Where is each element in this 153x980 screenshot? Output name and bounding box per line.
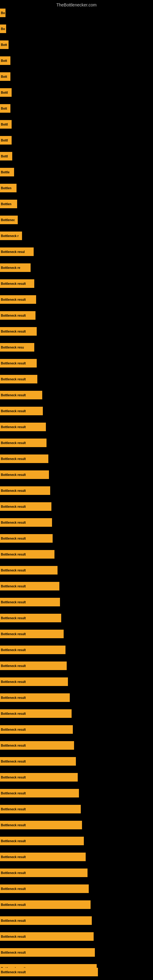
bar-label: Bottleneck result — [1, 887, 26, 891]
bar-label: Bottleneck result — [1, 409, 26, 413]
bar-label: Bott — [1, 75, 7, 78]
bar-item: Bottleneck result — [0, 439, 46, 447]
bar-item: Bottleneck result — [0, 550, 54, 558]
bar-label: Bottleneck result — [1, 919, 26, 923]
bar-item: Bottleneck result — [0, 566, 57, 574]
bar-item: Bott — [0, 40, 9, 49]
bar-label: Bottleneck result — [1, 282, 26, 285]
bar-item: Bottleneck result — [0, 885, 89, 893]
bar-label: Bottleneck result — [1, 521, 26, 524]
bar-item: Bottleneck result — [0, 900, 91, 909]
bar-item: Bottleneck result — [0, 359, 37, 368]
bar-item: Bottleneck result — [0, 805, 81, 813]
bar-item: Bottleneck result — [0, 375, 37, 383]
bar-label: Bottleneck result — [1, 616, 26, 620]
bar-item: Bottleneck result — [0, 916, 92, 925]
bar-label: Bottleneck result — [1, 680, 26, 684]
bar-label: Bottleneck result — [1, 505, 26, 508]
bar-item: Bottleneck result — [0, 502, 51, 511]
bar-label: Bottleneck result — [1, 840, 26, 843]
bar-label: Bottleneck result — [1, 760, 26, 763]
bar-item: Bottleneck result — [0, 948, 95, 957]
bar-label: Bottle — [1, 170, 10, 174]
bar-item: Bottleneck result — [0, 741, 74, 750]
bar-label: Bottleneck result — [1, 712, 26, 715]
bar-item: Bottl — [0, 136, 12, 145]
bar-item: Bottleneck result — [0, 486, 50, 495]
bar-item: Bottleneck result — [0, 582, 59, 590]
bar-label: Bottleneck result — [1, 728, 26, 731]
bar-item: Bottleneck result — [0, 709, 72, 718]
bar-item: Bottleneck re — [0, 263, 30, 272]
bar-label: Bottleneck result — [1, 425, 26, 429]
bar-label: Bottleneck result — [1, 903, 26, 907]
bar-item: Bott — [0, 72, 10, 81]
bar-label: Bottleneck result — [1, 553, 26, 556]
bar-label: Bottlen — [1, 186, 11, 190]
bar-item: Bottleneck result — [0, 869, 88, 877]
bar-label: Bottleneck result — [1, 569, 26, 572]
bar-label: Bottleneck result — [1, 792, 26, 795]
bar-label: Bottleneck result — [1, 362, 26, 365]
bar-label: Bottleneck result — [1, 298, 26, 301]
bar-item: Bottlen — [0, 200, 17, 208]
bar-item: Bottleneck result — [0, 423, 46, 431]
bar-item: Bottleneck result — [0, 646, 65, 654]
bar-label: Bott — [1, 107, 7, 110]
bar-label: Bo — [1, 27, 5, 30]
bar-item: Bottleneck resul — [0, 247, 33, 256]
bar-item: Bott — [0, 104, 10, 113]
bar-label: Bottleneck re — [1, 266, 20, 269]
bar-label: Bottleneck result — [1, 457, 26, 461]
bar-label: Bottleneck result — [1, 378, 26, 381]
bar-item: Bottleneck result — [0, 518, 52, 527]
bar-label: Bo — [1, 11, 5, 15]
bar-label: Bottleneck result — [1, 776, 26, 779]
bar-item: Bottleneck result — [0, 614, 61, 622]
bar-label: Bottleneck result — [1, 970, 26, 974]
bar-item: Bottleneck result — [0, 853, 86, 861]
bar-label: Bottleneck result — [1, 871, 26, 875]
bar-item: Bottlenec — [0, 216, 18, 224]
bar-item: Bottleneck result — [0, 311, 35, 320]
bar-label: Bott — [1, 43, 7, 46]
bar-label: Bottlenec — [1, 218, 15, 222]
bar-item: Bo — [0, 9, 5, 17]
bar-label: Bottlen — [1, 202, 11, 206]
bar-label: Bott — [1, 59, 7, 62]
bar-label: Bottleneck result — [1, 744, 26, 747]
bar-label: Bottleneck result — [1, 664, 26, 668]
bar-label: Bottleneck result — [1, 489, 26, 492]
bar-label: Bottleneck result — [1, 393, 26, 397]
bar-item: Bottleneck result — [0, 932, 94, 941]
bar-item: Bottlen — [0, 184, 16, 192]
bar-label: Bottleneck result — [1, 648, 26, 652]
bar-label: Bottleneck result — [1, 632, 26, 636]
bar-label: Bottleneck result — [1, 935, 26, 939]
bar-item: Bottleneck result — [0, 968, 98, 976]
bar-item: Bottleneck r — [0, 232, 22, 240]
bar-label: Bottleneck result — [1, 330, 26, 333]
bar-item: Bott — [0, 56, 10, 65]
bar-label: Bottleneck result — [1, 441, 26, 445]
bar-item: Bottl — [0, 152, 12, 161]
bar-label: Bottleneck result — [1, 314, 26, 317]
bar-item: Bottleneck result — [0, 678, 68, 686]
bar-item: Bottleneck result — [0, 821, 82, 829]
bar-label: Bottleneck resu — [1, 346, 24, 349]
bar-item: Bottleneck result — [0, 725, 73, 734]
bar-label: Bottleneck result — [1, 473, 26, 477]
bar-item: Bottl — [0, 120, 12, 129]
bar-item: Bottleneck result — [0, 757, 76, 766]
bar-label: Bottleneck r — [1, 234, 19, 238]
bar-label: Bottleneck result — [1, 808, 26, 811]
bar-item: Bottleneck result — [0, 773, 78, 781]
bar-item: Bottleneck result — [0, 630, 64, 638]
bar-label: Bottleneck resul — [1, 250, 25, 254]
bar-item: Bo — [0, 24, 6, 33]
bar-item: Bottle — [0, 168, 14, 177]
bar-item: Bottleneck result — [0, 391, 42, 399]
bar-item: Bottleneck result — [0, 279, 34, 288]
bar-item: Bottleneck result — [0, 598, 60, 606]
bar-item: Bottleneck result — [0, 694, 70, 702]
